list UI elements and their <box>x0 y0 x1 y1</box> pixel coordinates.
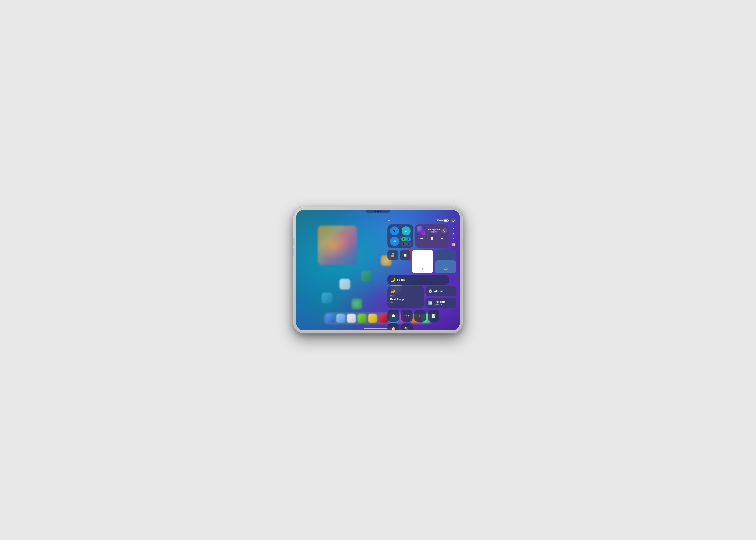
song-title: tamagotchi <box>428 228 440 231</box>
alarms-label: Alarms <box>434 290 443 293</box>
record-icon: ⏺ <box>391 313 396 318</box>
ipad-device: ≋ + 100% ⏻ <box>293 207 463 333</box>
soundwave-btn[interactable]: ≈≈ <box>401 310 413 322</box>
dock-icon-6 <box>379 314 388 323</box>
cellular-icon: ▮ <box>403 238 404 240</box>
cc-row-4: 🪔 Study Desk Lamp Off ⏰ Alarms 🔤 <box>387 286 456 308</box>
notes-plus-btn[interactable]: 📝 <box>428 310 440 322</box>
wifi-icon: ≋ <box>393 239 396 243</box>
desk-lamp-btn[interactable]: 🪔 Study Desk Lamp Off <box>387 286 424 308</box>
screen-mirror-btn[interactable]: ▣ <box>400 250 410 260</box>
airplane-mode-btn[interactable]: ✈ <box>389 226 400 236</box>
bluetooth-icon: ᛒ <box>408 238 409 240</box>
power-button-side[interactable] <box>462 239 463 249</box>
mirror-icon: ▣ <box>403 253 407 257</box>
volume-slider[interactable]: 🔊 <box>435 250 456 273</box>
app-icon-blur <box>339 279 350 290</box>
home-btn[interactable]: ⌂ <box>452 237 454 241</box>
dock-icon-4 <box>357 314 367 323</box>
translate-icon: 🔤 <box>428 301 433 305</box>
song-artist: Young Miko <box>428 231 440 233</box>
control-center: ≋ + 100% ⏻ <box>387 218 456 330</box>
podcast-btn[interactable]: 🎙 <box>406 242 411 246</box>
bell-btn[interactable]: 🔔 <box>387 323 399 330</box>
lock-icon: 🔒 <box>390 253 395 257</box>
translate-button[interactable]: 🔤 Translate Spanish <box>426 298 456 308</box>
moon-icon: 🌙 <box>390 277 395 282</box>
alarms-icon: ⏰ <box>428 289 433 293</box>
cc-row-1: ✈ ⟁ ≋ <box>387 224 456 248</box>
focus-button[interactable]: 🌙 Focus › <box>387 275 449 285</box>
ipad-screen: ≋ + 100% ⏻ <box>296 210 460 330</box>
calculator-btn[interactable]: ⌗ <box>414 310 426 322</box>
app-icon-blur <box>322 293 332 303</box>
airplay-icon: ⬡ <box>443 229 445 232</box>
volume-fill <box>435 260 456 273</box>
prev-button[interactable]: ⏮ <box>420 237 423 240</box>
notes-plus-icon: 📝 <box>431 314 436 318</box>
podcast-icon: 🎙 <box>408 243 410 245</box>
dock-icon-5 <box>368 314 377 323</box>
device-frame: ≋ + 100% ⏻ <box>293 207 463 333</box>
brightness-slider[interactable]: ☀ <box>412 250 433 273</box>
desk-lamp-icon: 🪔 <box>390 289 421 294</box>
now-playing-tile[interactable]: tamagotchi Young Miko ⬡ ⏮ ⏸ ⏭ <box>415 224 449 248</box>
album-art <box>417 226 426 235</box>
camera-bar <box>366 210 390 213</box>
next-button[interactable]: ⏭ <box>441 237 443 240</box>
cc-extra-toggles: ▮ ᛒ ◉ 🎙 <box>401 237 412 246</box>
focus-label: Focus <box>397 278 405 281</box>
pause-button[interactable]: ⏸ <box>430 236 434 241</box>
volume-icon: 🔊 <box>443 267 448 271</box>
app-icon-blur <box>361 271 372 282</box>
volume-up-button[interactable] <box>293 239 294 246</box>
add-button[interactable]: + <box>433 218 435 223</box>
camera-dot-right <box>380 211 381 212</box>
calculator-icon: ⌗ <box>419 313 421 318</box>
airdrop-icon: ⟁ <box>405 229 407 233</box>
alarms-button[interactable]: ⏰ Alarms <box>426 286 456 296</box>
connectivity-tile[interactable]: ✈ ⟁ ≋ <box>387 224 413 248</box>
eye-btn[interactable]: ◉ <box>401 242 406 246</box>
dock-icon-2 <box>336 314 345 323</box>
wifi-signal-icon: ≋ <box>388 219 390 222</box>
translate-sublabel: Spanish <box>434 303 445 306</box>
signal-btn[interactable]: 📶 <box>452 243 455 246</box>
cc-header: ≋ + 100% ⏻ <box>387 218 456 223</box>
brightness-icon: ☀ <box>421 267 424 271</box>
wifi-btn[interactable]: ≋ <box>389 237 400 246</box>
desk-lamp-context: Study <box>390 295 421 297</box>
focus-chevron: › <box>445 278 446 282</box>
cc-row-3: 🌙 Focus › <box>387 275 456 285</box>
camera-lens <box>377 211 379 212</box>
app-icon-blur <box>351 299 362 309</box>
desk-lamp-status: Off <box>390 301 421 304</box>
heart-btn[interactable]: ♥ <box>452 226 454 230</box>
battery-icon <box>443 219 449 222</box>
cc-row-6: 🔔 🔦 <box>387 323 456 330</box>
record-btn[interactable]: ⏺ <box>387 310 399 322</box>
airplay-button[interactable]: ⬡ <box>441 228 447 233</box>
translate-label: Translate <box>434 300 445 303</box>
music-note-btn[interactable]: ♪ <box>452 232 454 235</box>
dock-icon-1 <box>325 314 335 323</box>
bell-icon: 🔔 <box>391 327 396 330</box>
np-top: tamagotchi Young Miko ⬡ <box>417 226 447 235</box>
bluetooth-btn[interactable]: ᛒ <box>406 237 411 241</box>
screen-lock-btn[interactable]: 🔒 <box>387 250 398 260</box>
airplane-icon: ✈ <box>393 229 396 233</box>
cc-right-sidebar-2 <box>450 275 456 285</box>
cc-row-2: 🔒 ▣ ☀ 🔊 <box>387 250 456 273</box>
desk-lamp-title: Desk Lamp <box>390 298 421 301</box>
cellular-btn[interactable]: ▮ <box>401 237 406 241</box>
camera-dot-left <box>375 211 376 212</box>
volume-down-button[interactable] <box>293 248 294 256</box>
cc-row-5: ⏺ ≈≈ ⌗ 📝 <box>387 310 456 322</box>
eye-icon: ◉ <box>403 243 404 245</box>
power-button[interactable]: ⏻ <box>450 218 456 223</box>
flashlight-icon: 🔦 <box>404 327 410 330</box>
soundwave-icon: ≈≈ <box>404 313 409 318</box>
photo-widget <box>318 225 357 265</box>
airdrop-btn[interactable]: ⟁ <box>401 226 412 236</box>
flashlight-btn[interactable]: 🔦 <box>401 323 413 330</box>
